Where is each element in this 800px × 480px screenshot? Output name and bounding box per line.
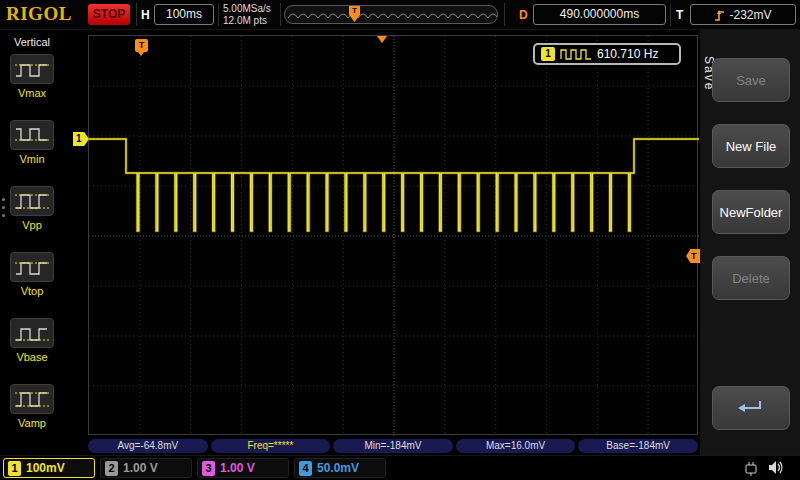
bottom-bar: 1 100mV 2 1.00 V 3 1.00 V 4 50.0mV [0, 455, 800, 480]
save-button[interactable]: Save [712, 58, 790, 102]
trigger-edge-icon [714, 8, 725, 22]
return-arrow-icon [736, 398, 766, 418]
channel-2-chip: 2 [105, 461, 118, 476]
menu-item-vpp[interactable]: Vpp [9, 186, 55, 231]
delay-value: 490.000000ms [533, 4, 666, 25]
menu-item-vmax[interactable]: Vmax [9, 54, 55, 99]
divider [136, 3, 137, 26]
vtop-icon [10, 252, 54, 282]
channel-1-scale: 100mV [26, 461, 65, 475]
top-bar: RIGOL STOP H 100ms 5.00MSa/s 12.0M pts T… [0, 0, 800, 30]
divider [280, 3, 281, 26]
menu-item-label: Vpp [9, 219, 55, 231]
vamp-icon [10, 384, 54, 414]
delay-label: D [519, 8, 528, 22]
divider [504, 3, 505, 26]
menu-item-vmin[interactable]: Vmin [9, 120, 55, 165]
trigger-info: -232mV [690, 4, 796, 25]
trigger-center-icon [377, 36, 387, 43]
channel-4-status[interactable]: 4 50.0mV [294, 458, 386, 478]
measurement-freq: Freq=***** [211, 439, 331, 453]
frequency-counter-badge: 1 610.710 Hz [533, 43, 681, 65]
run-state-badge: STOP [88, 4, 130, 25]
frequency-value: 610.710 Hz [597, 47, 658, 61]
acquisition-info: 5.00MSa/s 12.0M pts [223, 3, 271, 27]
graticule: 1 T T 1 610.710 Hz [88, 35, 698, 435]
trigger-label: T [676, 8, 683, 22]
measurement-avg: Avg=-64.8mV [88, 439, 208, 453]
channel-4-chip: 4 [299, 461, 312, 476]
right-menu: Save Save New File NewFolder Delete [700, 30, 800, 455]
channel-2-scale: 1.00 V [123, 461, 158, 475]
back-button[interactable] [712, 386, 790, 430]
channel-3-scale: 1.00 V [220, 461, 255, 475]
vmin-icon [10, 120, 54, 150]
horizontal-position-bar: T [284, 5, 498, 24]
timebase-value: 100ms [154, 4, 214, 25]
brand-logo: RIGOL [6, 3, 72, 25]
channel-4-scale: 50.0mV [317, 461, 359, 475]
vbase-icon [10, 318, 54, 348]
divider [670, 3, 671, 26]
trigger-position-marker[interactable]: T [135, 39, 148, 52]
menu-item-label: Vtop [9, 285, 55, 297]
divider [218, 3, 219, 26]
left-menu-title: Vertical [0, 36, 64, 48]
vmax-icon [10, 54, 54, 84]
channel-1-chip: 1 [8, 461, 21, 476]
pulse-train-icon [560, 48, 592, 60]
menu-item-vtop[interactable]: Vtop [9, 252, 55, 297]
menu-item-label: Vbase [9, 351, 55, 363]
measurement-base: Base=-184mV [578, 439, 698, 453]
menu-item-label: Vmax [9, 87, 55, 99]
channel-3-chip: 3 [202, 461, 215, 476]
vpp-icon [10, 186, 54, 216]
measurement-max: Max=16.0mV [456, 439, 576, 453]
freq-channel-chip: 1 [541, 47, 555, 61]
menu-page-indicator [2, 198, 5, 217]
channel1-reference-marker[interactable]: 1 [73, 132, 89, 146]
new-file-button[interactable]: New File [712, 124, 790, 168]
channel-2-status[interactable]: 2 1.00 V [100, 458, 192, 478]
oscilloscope-screen: RIGOL STOP H 100ms 5.00MSa/s 12.0M pts T… [0, 0, 800, 480]
speaker-icon [768, 460, 785, 475]
horizontal-label: H [141, 8, 150, 22]
usb-icon [742, 460, 760, 476]
channel-3-status[interactable]: 3 1.00 V [197, 458, 289, 478]
new-folder-button[interactable]: NewFolder [712, 190, 790, 234]
waveform-trace-ch1 [89, 36, 699, 436]
measurement-min: Min=-184mV [333, 439, 453, 453]
sample-rate: 5.00MSa/s [223, 3, 271, 15]
memory-depth: 12.0M pts [223, 15, 271, 27]
waveform-overview-icon [285, 6, 497, 23]
trigger-level-value: -232mV [729, 8, 771, 22]
menu-item-label: Vmin [9, 153, 55, 165]
menu-item-vamp[interactable]: Vamp [9, 384, 55, 429]
measurement-bar: Avg=-64.8mV Freq=***** Min=-184mV Max=16… [88, 439, 698, 453]
menu-item-label: Vamp [9, 417, 55, 429]
menu-item-vbase[interactable]: Vbase [9, 318, 55, 363]
delete-button[interactable]: Delete [712, 256, 790, 300]
left-menu: Vertical Vmax Vmin Vpp Vtop [0, 30, 64, 455]
channel-1-status[interactable]: 1 100mV [3, 458, 95, 478]
